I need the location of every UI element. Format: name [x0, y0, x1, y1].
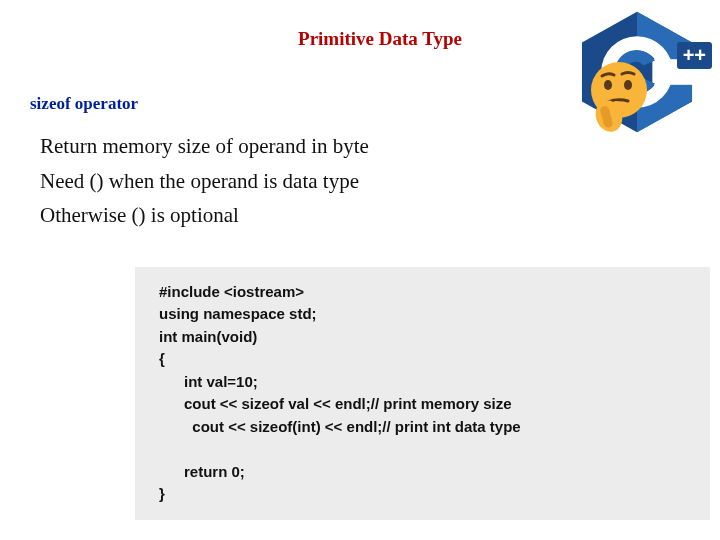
cpp-logo: ++ — [562, 0, 712, 145]
body-line: Otherwise () is optional — [40, 199, 720, 232]
code-block: #include <iostream> using namespace std;… — [135, 267, 710, 520]
svg-point-8 — [624, 80, 632, 90]
body-text: Return memory size of operand in byte Ne… — [40, 130, 720, 232]
svg-point-11 — [611, 101, 621, 115]
plusplus-badge: ++ — [677, 42, 712, 69]
body-line: Need () when the operand is data type — [40, 165, 720, 198]
svg-point-7 — [604, 80, 612, 90]
thinking-emoji-icon — [584, 58, 654, 140]
